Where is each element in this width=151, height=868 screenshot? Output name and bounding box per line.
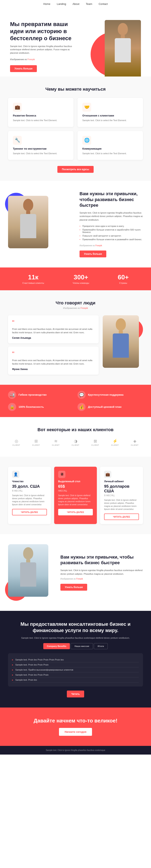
- stat-number-2: 60+: [118, 274, 129, 281]
- pricing-icon-1: 🖥: [58, 471, 66, 478]
- client-icon-3: ◑: [74, 439, 77, 443]
- why-cta-wrap: Посмотреть все курсы: [8, 166, 143, 173]
- hero-image-link[interactable]: Freepik: [28, 58, 35, 61]
- why-card-3: 🌐 Коммуникация Sample text. Click to sel…: [77, 131, 143, 160]
- stat-number-1: 300+: [73, 274, 89, 281]
- stat-2: 60+ Страны: [118, 274, 129, 284]
- client-name-6: Client: [131, 444, 139, 446]
- nav-landing[interactable]: Landing: [57, 2, 66, 5]
- testimonials-wrap: " Proin sed libero eros sed faucibus tur…: [8, 315, 143, 375]
- habits-list-item-0: Превратите свои идеи и истории в книгу.: [79, 224, 143, 228]
- why-card-icon-2: 🔧: [13, 136, 22, 145]
- client-logo-3: ◑ Client: [69, 438, 82, 446]
- nav-team[interactable]: Team: [86, 2, 92, 5]
- pricing-btn-2[interactable]: ЧИТАТЬ ДАЛЕЕ: [104, 514, 139, 520]
- testimonials-image-link[interactable]: Freepik: [80, 307, 88, 309]
- client-name-4: Client: [91, 444, 99, 446]
- feature-text-1: Круглосуточная поддержка: [88, 393, 123, 396]
- pricing-btn-0[interactable]: ЧИТАТЬ ДАЛЕЕ: [12, 509, 47, 515]
- feature-title-0: Гибкое производство: [18, 393, 46, 396]
- hero-person-image: [105, 20, 141, 76]
- why-card-icon-1: 🤝: [82, 103, 91, 112]
- testimonials-person-area: [103, 315, 143, 368]
- why-card-2: 🔧 Тренинг по инструментам Sample text. C…: [8, 131, 74, 160]
- testimonial-author-0: Селия Альмеда: [12, 337, 95, 339]
- why-card-icon-0: 💼: [13, 103, 22, 112]
- habits-list: Превратите свои идеи и истории в книгу. …: [79, 224, 143, 241]
- habits2-section: Вам нужны эти привычки, чтобы развивать …: [0, 534, 151, 611]
- pricing-period-1: /МЕСЯЦ: [58, 490, 93, 492]
- habits2-body: Sample text. Click to Ignore egestas fri…: [61, 569, 143, 576]
- client-name-5: Client: [111, 444, 119, 446]
- tab-mission[interactable]: Наша миссия: [71, 643, 93, 649]
- client-icon-2: ≋: [54, 439, 58, 443]
- hero-image-area: [75, 16, 141, 76]
- hero-content: Мы превратим ваши идеи или историю в бес…: [10, 21, 75, 72]
- client-logo-0: ◎ Client: [9, 438, 23, 446]
- habits-person-wrap: [8, 196, 52, 252]
- client-name-2: Client: [52, 444, 60, 446]
- habits-section: Вам нужны эти привычки, чтобы развивать …: [0, 181, 151, 268]
- feature-text-0: Гибкое производство: [18, 393, 46, 396]
- habits2-content: Вам нужны эти привычки, чтобы развивать …: [61, 554, 143, 591]
- pricing-cards-grid: 👤 Членство 35 долл. США В МЕСЯЦ Sample t…: [8, 467, 143, 524]
- clients-title: Вот некоторые из наших клиентов: [8, 427, 143, 432]
- habits2-image-link[interactable]: Freepik: [76, 578, 83, 580]
- consulting-item-1: Sample text. Proin leo Proin Proin: [12, 662, 139, 668]
- pricing-price-1: 65$: [58, 484, 93, 489]
- habits2-cta-button[interactable]: Узнать больше: [61, 584, 87, 591]
- nav-contact[interactable]: Contact: [99, 2, 108, 5]
- client-name-0: Client: [12, 444, 20, 446]
- why-card-1: 🤝 Отношения с клиентами Sample text. Cli…: [77, 98, 143, 127]
- testimonials-image-credit: Изображение из Freepik: [8, 307, 143, 309]
- habits-list-item-1: Привлекайте больше клиентов и заработайт…: [79, 228, 143, 234]
- pricing-desc-0: Sample text. Click to Ignore eleifend do…: [12, 494, 47, 506]
- why-card-icon-3: 🌐: [82, 136, 91, 145]
- feature-icon-2: 🔒: [8, 403, 16, 411]
- consulting-item-3: Sample text. Proin leo Proin Proin: [12, 673, 139, 677]
- nav-home[interactable]: Home: [43, 2, 50, 5]
- client-name-1: Client: [32, 444, 40, 446]
- habits-cta-button[interactable]: Узнать больше: [79, 250, 106, 257]
- pricing-period-0: В МЕСЯЦ: [12, 490, 47, 492]
- tab-company-benefits[interactable]: Company Benefits: [43, 643, 70, 649]
- client-icon-0: ◎: [15, 439, 18, 443]
- why-cta-button[interactable]: Посмотреть все курсы: [58, 166, 93, 173]
- feature-1: 💬 Круглосуточная поддержка: [77, 391, 143, 399]
- nav-about[interactable]: About: [73, 2, 79, 5]
- feature-title-3: Доступный ценовой план: [88, 405, 121, 408]
- hero-cta-button[interactable]: Узнать больше: [10, 65, 37, 72]
- pricing-btn-1[interactable]: ЧИТАТЬ ДАЛЕЕ: [58, 509, 93, 515]
- client-name-3: Client: [72, 444, 79, 446]
- feature-0: 🏭 Гибкое производство: [8, 391, 74, 399]
- client-icon-6: ◈: [133, 439, 136, 443]
- hero-image-credit: Изображение из Freepik: [10, 58, 75, 61]
- client-logo-6: ◈ Client: [128, 438, 142, 446]
- cta-button[interactable]: Начните сегодня: [59, 728, 92, 736]
- pricing-icon-0: 👤: [12, 471, 19, 478]
- why-card-0: 💼 Развитие бизнеса Sample text. Click to…: [8, 98, 74, 127]
- feature-text-3: Доступный ценовой план: [88, 405, 121, 408]
- consulting-btn[interactable]: Читать: [67, 690, 84, 698]
- consulting-list: Sample text. Proin leo Proin Proin Proin…: [12, 657, 139, 682]
- habits-image-link[interactable]: Freepik: [96, 244, 102, 247]
- why-cards-grid: 💼 Развитие бизнеса Sample text. Click to…: [8, 98, 143, 160]
- feature-title-1: Круглосуточная поддержка: [88, 393, 123, 396]
- clients-logos: ◎ Client ⊞ Client ≋ Client ◑ Client ⊠ Cl…: [8, 438, 143, 446]
- stat-label-1: Члены команды: [73, 282, 89, 284]
- feature-icon-3: 💰: [77, 403, 85, 411]
- client-icon-5: ⚡: [113, 439, 118, 443]
- pricing-title-0: Членство: [12, 480, 47, 483]
- testimonials-title: Что говорят люди: [8, 300, 143, 306]
- testimonials-cards: " Proin sed libero eros sed faucibus tur…: [8, 315, 99, 375]
- habits-list-item-3: Привлекайте больше клиентов и развивайте…: [79, 238, 143, 241]
- habits2-person-image: [8, 544, 48, 597]
- pricing-desc-2: Sample text. Click to Ignore eleifend do…: [104, 499, 139, 511]
- habits-image-area: [8, 196, 72, 252]
- pricing-period-2: В МЕСЯЦ: [104, 494, 139, 497]
- habits-image-credit: Изображение из Freepik: [79, 244, 143, 247]
- habits2-heading: Вам нужны эти привычки, чтобы развивать …: [61, 554, 143, 566]
- tab-results[interactable]: Итоги: [94, 643, 108, 649]
- pricing-card-1: 🖥 Выделенный стол 65$ /МЕСЯЦ Sample text…: [54, 467, 97, 524]
- testimonial-author-1: Фрэнк Хинна: [12, 368, 95, 371]
